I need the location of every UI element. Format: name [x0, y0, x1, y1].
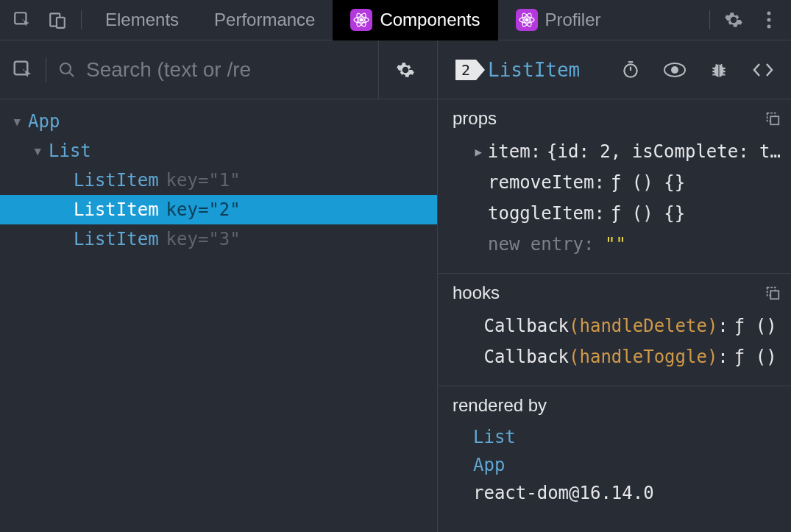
tab-components[interactable]: Components [333, 0, 497, 40]
section-heading: props [453, 108, 497, 129]
prop-value: ƒ () {} [611, 169, 685, 196]
tabstrip-right [703, 0, 787, 40]
prop-key: removeItem [488, 169, 595, 196]
selected-component-name: ListItem [488, 59, 580, 81]
new-entry-label: new entry [488, 231, 584, 258]
copy-icon[interactable] [765, 110, 781, 127]
prop-value: {id: 2, isComplete: t… [547, 138, 781, 165]
tree-toolbar [0, 40, 437, 99]
tab-elements[interactable]: Elements [88, 0, 196, 40]
tree-node-listitem[interactable]: ▾ ListItem key="2" [0, 195, 437, 224]
prop-row[interactable]: ▸ removeItem: ƒ () {} [453, 167, 781, 198]
tab-label: Elements [105, 10, 179, 30]
tree-node-listitem[interactable]: ▾ ListItem key="1" [0, 166, 437, 195]
svg-line-16 [69, 72, 74, 77]
prop-value: ƒ () {} [611, 200, 685, 227]
react-logo-icon [350, 9, 372, 31]
hooks-section: hooks ▸ Callback(handleDelete): ƒ () {} … [438, 274, 791, 386]
devtools-tabstrip: Elements Performance Components Profiler [0, 0, 791, 40]
prop-row[interactable]: ▸ item: {id: 2, isComplete: t… [453, 136, 781, 167]
hook-row[interactable]: ▸ Callback(handleDelete): ƒ () {} [453, 311, 781, 341]
section-heading: rendered by [453, 395, 547, 416]
component-tree: ▾ App ▾ List ▾ ListItem key="1" ▾ ListIt… [0, 99, 437, 254]
suspend-icon[interactable] [614, 54, 647, 86]
copy-icon[interactable] [765, 285, 781, 301]
svg-point-12 [767, 18, 771, 22]
rendered-by-version: react-dom@16.14.0 [453, 479, 781, 507]
section-heading: hooks [453, 283, 500, 303]
tree-node-listitem[interactable]: ▾ ListItem key="3" [0, 224, 437, 254]
component-details-pane: 2 ListItem props [438, 40, 791, 532]
tab-label: Profiler [545, 10, 601, 30]
tree-settings-icon[interactable] [378, 40, 431, 99]
separator [81, 10, 82, 29]
tree-node-list[interactable]: ▾ List [0, 136, 437, 166]
details-header: 2 ListItem [438, 40, 791, 99]
tab-label: Performance [214, 10, 315, 30]
hook-key: Callback(handleToggle) [483, 344, 717, 370]
separator [709, 10, 710, 29]
prop-key: toggleItem [488, 200, 595, 227]
hook-key: Callback(handleDelete) [483, 313, 717, 339]
react-logo-icon [516, 9, 538, 31]
key-attr: key="3" [166, 225, 241, 253]
svg-point-13 [767, 25, 771, 29]
rendered-by-link[interactable]: List [453, 423, 781, 451]
separator [46, 57, 46, 82]
svg-point-3 [360, 18, 363, 21]
component-name: ListItem [74, 166, 159, 194]
component-id-badge: 2 [455, 60, 476, 80]
svg-rect-27 [770, 291, 778, 299]
component-name: List [49, 137, 91, 165]
key-attr: key="1" [166, 166, 241, 194]
component-name: ListItem [74, 196, 159, 224]
new-entry-value[interactable]: "" [605, 231, 626, 258]
collapse-arrow-icon[interactable]: ▾ [12, 107, 28, 135]
key-attr: key="2" [166, 196, 241, 224]
props-section: props ▸ item: {id: 2, isComplete: t… ▸ r… [438, 99, 791, 274]
inspect-element-icon[interactable] [4, 0, 40, 40]
rendered-by-section: rendered by List App react-dom@16.14.0 [438, 386, 791, 520]
device-toolbar-icon[interactable] [40, 0, 75, 40]
more-menu-icon[interactable] [751, 0, 787, 40]
tree-node-app[interactable]: ▾ App [0, 107, 437, 136]
hook-row[interactable]: ▸ Callback(handleToggle): ƒ () {} [453, 341, 781, 372]
bug-icon[interactable] [703, 54, 735, 86]
hook-value: ƒ () {} [734, 344, 781, 370]
component-name: ListItem [74, 225, 159, 253]
svg-point-21 [671, 66, 678, 74]
view-source-icon[interactable] [747, 54, 779, 86]
component-name: App [28, 107, 60, 135]
svg-point-11 [767, 12, 771, 15]
prop-new-entry[interactable]: ▸ new entry: "" [453, 229, 781, 260]
tab-performance[interactable]: Performance [196, 0, 333, 40]
svg-point-15 [60, 63, 71, 74]
inspect-dom-icon[interactable] [659, 54, 691, 86]
prop-key: item [488, 138, 531, 165]
prop-row[interactable]: ▸ toggleItem: ƒ () {} [453, 198, 781, 229]
search-icon [58, 61, 76, 79]
svg-rect-2 [57, 18, 65, 28]
search-input[interactable] [86, 58, 378, 82]
rendered-by-link[interactable]: App [453, 451, 781, 479]
settings-gear-icon[interactable] [716, 0, 751, 40]
components-tree-pane: ▾ App ▾ List ▾ ListItem key="1" ▾ ListIt… [0, 40, 438, 532]
svg-rect-25 [770, 116, 778, 124]
tab-profiler[interactable]: Profiler [498, 0, 619, 40]
tab-label: Components [380, 10, 480, 30]
select-component-icon[interactable] [12, 59, 34, 81]
collapse-arrow-icon[interactable]: ▾ [32, 137, 49, 165]
svg-point-7 [525, 18, 528, 21]
hook-value: ƒ () {} [734, 313, 781, 339]
expand-arrow-icon[interactable]: ▸ [473, 138, 488, 165]
